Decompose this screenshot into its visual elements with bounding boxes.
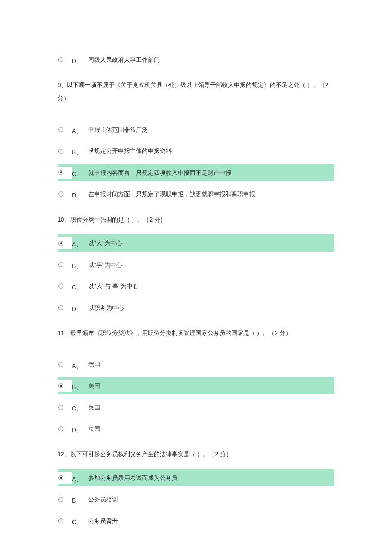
radio-cell	[58, 124, 72, 136]
option-text: 英国	[88, 402, 334, 412]
option-letter: B、	[72, 145, 88, 157]
option-row[interactable]: C、公务员晋升	[58, 512, 334, 529]
radio-icon[interactable]	[58, 127, 63, 132]
radio-cell	[58, 188, 72, 200]
option-letter: C、	[72, 515, 88, 527]
radio-cell	[58, 401, 72, 413]
radio-cell	[58, 302, 72, 314]
option-text: 公务员晋升	[88, 516, 334, 526]
radio-cell	[58, 237, 72, 249]
option-row[interactable]: A、参加公务员录用考试而成为公务员	[58, 469, 334, 486]
option-letter: D、	[72, 302, 88, 314]
option-text: 美国	[88, 381, 334, 390]
option-text: 法国	[88, 424, 334, 434]
option-letter: A、	[72, 124, 88, 136]
option-text: 德国	[88, 360, 334, 369]
option-row[interactable]: C、英国	[58, 399, 334, 416]
radio-icon[interactable]	[58, 149, 63, 154]
radio-cell	[58, 493, 72, 505]
option-row[interactable]: A、申报主体范围非常广泛	[58, 121, 334, 138]
option-text: 以"人"与"事"为中心	[88, 281, 334, 291]
radio-icon[interactable]	[58, 305, 63, 310]
radio-cell	[58, 145, 72, 157]
radio-cell	[58, 472, 72, 484]
option-row[interactable]: B、以"事"为中心	[58, 256, 334, 273]
radio-cell	[58, 54, 72, 66]
option-letter: D、	[72, 54, 88, 66]
option-row[interactable]: A、德国	[58, 356, 334, 373]
radio-icon[interactable]	[58, 57, 63, 62]
option-letter: A、	[72, 472, 88, 484]
radio-icon[interactable]	[58, 262, 63, 267]
option-row[interactable]: D、法国	[58, 420, 334, 437]
radio-icon[interactable]	[58, 518, 63, 523]
option-text: 没规定公开申报主体的申报资料	[88, 146, 334, 156]
option-letter: C、	[72, 280, 88, 292]
option-row[interactable]: D、以职务为中心	[58, 299, 334, 316]
option-text: 同级人民政府人事工作部门	[88, 55, 334, 64]
radio-cell	[58, 167, 72, 179]
radio-icon[interactable]	[58, 170, 63, 175]
option-row[interactable]: C、以"人"与"事"为中心	[58, 278, 334, 295]
radio-cell	[58, 358, 72, 370]
radio-icon[interactable]	[58, 405, 63, 410]
radio-icon[interactable]	[58, 241, 63, 246]
radio-cell	[58, 280, 72, 292]
option-text: 以"人"为中心	[88, 238, 334, 248]
radio-cell	[58, 259, 72, 271]
radio-cell	[58, 380, 72, 392]
radio-icon[interactable]	[58, 383, 63, 388]
radio-cell	[58, 515, 72, 527]
option-row[interactable]: D、在申报时间方面，只规定了现职申报，缺乏就职申报和离职申报	[58, 185, 334, 202]
option-letter: A、	[72, 358, 88, 370]
radio-icon[interactable]	[58, 283, 63, 289]
option-row[interactable]: B、没规定公开申报主体的申报资料	[58, 142, 334, 159]
option-letter: B、	[72, 259, 88, 271]
option-row[interactable]: A、以"人"为中心	[58, 234, 334, 251]
radio-icon[interactable]	[58, 426, 63, 431]
option-letter: D、	[72, 188, 88, 200]
option-row[interactable]: B、美国	[58, 377, 334, 394]
option-row[interactable]: D、同级人民政府人事工作部门	[58, 51, 334, 68]
option-text: 参加公务员录用考试而成为公务员	[88, 473, 334, 483]
question-prompt: 9、以下哪一项不属于《关于党政机关县（处）级以上领导干部收入申报的规定》的不足之…	[58, 78, 334, 105]
question-prompt: 10、职位分类中强调的是（ ）。（2 分）	[58, 213, 334, 226]
radio-icon[interactable]	[58, 191, 63, 197]
option-row[interactable]: B、公务员培训	[58, 491, 334, 508]
radio-icon[interactable]	[58, 497, 63, 502]
radio-icon[interactable]	[58, 475, 63, 480]
option-row[interactable]: C、就申报内容而言，只规定四项收入申报而不是财产申报	[58, 164, 334, 181]
option-letter: D、	[72, 423, 88, 435]
option-text: 以"事"为中心	[88, 260, 334, 269]
question-prompt: 11、最早颁布《职位分类法》，用职位分类制度管理国家公务员的国家是（ ）。（2 …	[58, 327, 334, 340]
radio-cell	[58, 423, 72, 435]
option-letter: B、	[72, 380, 88, 392]
option-letter: C、	[72, 401, 88, 413]
option-text: 在申报时间方面，只规定了现职申报，缺乏就职申报和离职申报	[88, 189, 334, 199]
option-text: 公务员培训	[88, 494, 334, 504]
option-text: 申报主体范围非常广泛	[88, 125, 334, 134]
option-text: 以职务为中心	[88, 303, 334, 312]
question-prompt: 12、以下可引起公务员权利义务产生的法律事实是（ ）。（2 分）	[58, 448, 334, 461]
option-letter: A、	[72, 237, 88, 249]
option-text: 就申报内容而言，只规定四项收入申报而不是财产申报	[88, 168, 334, 177]
radio-icon[interactable]	[58, 362, 63, 367]
option-letter: B、	[72, 493, 88, 505]
option-letter: C、	[72, 167, 88, 179]
